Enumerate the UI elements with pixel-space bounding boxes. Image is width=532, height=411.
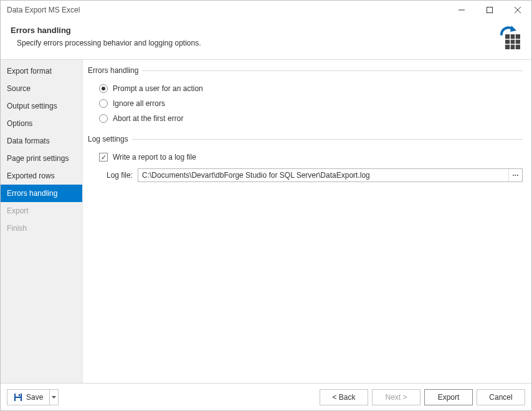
group-header: Log settings: [88, 135, 523, 143]
svg-rect-13: [19, 394, 20, 396]
group-header: Errors handling: [88, 66, 523, 75]
sidebar: Export format Source Output settings Opt…: [1, 60, 83, 383]
header: Errors handling Specify errors processin…: [1, 19, 531, 60]
group-divider: [132, 139, 523, 140]
svg-rect-12: [16, 398, 21, 401]
logfile-input[interactable]: [138, 169, 508, 181]
group-divider: [142, 70, 523, 71]
main-panel: Errors handling Prompt a user for an act…: [83, 60, 531, 383]
sidebar-item-output-settings[interactable]: Output settings: [1, 97, 82, 115]
logfile-label: Log file:: [107, 171, 133, 180]
sidebar-item-exported-rows[interactable]: Exported rows: [1, 167, 82, 185]
radio-row-ignore[interactable]: Ignore all errors: [88, 96, 523, 111]
export-excel-icon: [496, 26, 521, 51]
radio-abort[interactable]: [99, 114, 108, 123]
radio-abort-label[interactable]: Abort at the first error: [113, 114, 183, 123]
group-legend: Log settings: [88, 135, 132, 143]
logfile-row: Log file: ···: [88, 165, 523, 186]
sidebar-item-errors-handling[interactable]: Errors handling: [1, 185, 82, 202]
radio-prompt[interactable]: [99, 84, 108, 93]
window-title: Data Export MS Excel: [7, 6, 447, 14]
svg-rect-1: [487, 7, 492, 13]
next-button: Next >: [372, 389, 420, 405]
logfile-input-wrap: ···: [138, 168, 523, 182]
page-subtitle: Specify errors processing behavior and l…: [11, 39, 492, 47]
back-button[interactable]: < Back: [320, 389, 368, 405]
svg-marker-4: [510, 26, 516, 32]
sidebar-item-export: Export: [1, 202, 82, 220]
page-title: Errors handling: [11, 26, 492, 35]
errors-handling-group: Errors handling Prompt a user for an act…: [88, 66, 523, 126]
sidebar-item-options[interactable]: Options: [1, 115, 82, 132]
save-dropdown-button[interactable]: [49, 390, 58, 405]
disk-icon: [14, 393, 22, 402]
close-button[interactable]: [503, 1, 531, 19]
body: Export format Source Output settings Opt…: [1, 60, 531, 383]
sidebar-item-finish: Finish: [1, 220, 82, 237]
footer: Save < Back Next > Export Cancel: [1, 383, 531, 410]
sidebar-item-export-format[interactable]: Export format: [1, 62, 82, 80]
svg-rect-5: [505, 34, 520, 49]
header-text: Errors handling Specify errors processin…: [11, 26, 492, 47]
save-split-button[interactable]: Save: [7, 389, 59, 405]
radio-prompt-label[interactable]: Prompt a user for an action: [113, 84, 203, 93]
save-button-label: Save: [26, 393, 43, 402]
titlebar: Data Export MS Excel: [1, 1, 531, 19]
svg-marker-14: [52, 396, 56, 399]
browse-button[interactable]: ···: [508, 169, 522, 181]
minimize-button[interactable]: [447, 1, 475, 19]
checkbox-write-report[interactable]: [99, 153, 108, 162]
radio-ignore[interactable]: [99, 99, 108, 108]
radio-ignore-label[interactable]: Ignore all errors: [113, 99, 165, 108]
sidebar-item-source[interactable]: Source: [1, 80, 82, 97]
sidebar-item-page-print-settings[interactable]: Page print settings: [1, 150, 82, 167]
export-button[interactable]: Export: [424, 389, 473, 405]
radio-row-abort[interactable]: Abort at the first error: [88, 111, 523, 126]
check-row-write-report[interactable]: Write a report to a log file: [88, 150, 523, 165]
log-settings-group: Log settings Write a report to a log fil…: [88, 135, 523, 186]
window-controls: [447, 1, 531, 19]
save-button[interactable]: Save: [7, 390, 49, 405]
sidebar-item-data-formats[interactable]: Data formats: [1, 132, 82, 150]
checkbox-write-report-label[interactable]: Write a report to a log file: [113, 153, 196, 162]
radio-row-prompt[interactable]: Prompt a user for an action: [88, 81, 523, 96]
chevron-down-icon: [52, 396, 56, 399]
group-legend: Errors handling: [88, 66, 142, 75]
cancel-button[interactable]: Cancel: [477, 389, 525, 405]
maximize-button[interactable]: [475, 1, 503, 19]
